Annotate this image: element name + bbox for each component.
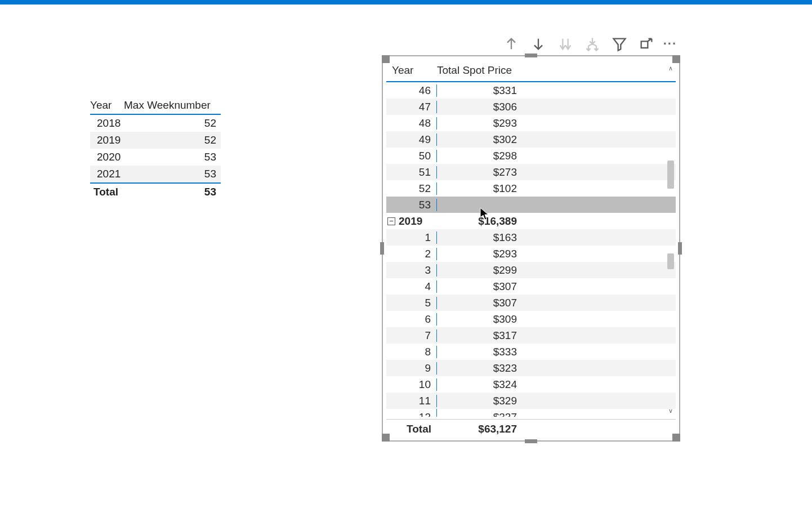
cell-price: $273 [437,166,521,179]
cell-year: 9 [386,362,437,375]
table-row[interactable]: 49$302 [386,131,676,148]
table-total-row: Total 53 [90,182,221,200]
table-row[interactable]: 46$331 [386,82,676,99]
drill-down-icon[interactable] [528,34,548,54]
table-row[interactable]: 48$293 [386,115,676,131]
cell-year: 6 [386,313,437,326]
matrix-body: 46$331 47$306 48$293 49$302 50$298 51$27… [386,82,676,419]
matrix-visual[interactable]: Year Total Spot Price 46$331 47$306 48$2… [382,55,680,442]
cell-year: 46 [386,84,437,97]
max-weeknumber-table: Year Max Weeknumber 201852 201952 202053… [90,99,221,200]
collapse-icon[interactable]: − [387,217,395,225]
total-value: $63,127 [437,423,521,435]
table-header: Year Max Weeknumber [90,99,221,115]
cell-year: 10 [386,378,437,391]
more-options-icon[interactable]: ··· [663,37,677,51]
next-level-icon[interactable] [555,34,575,54]
scroll-down-arrow-icon[interactable]: ∨ [667,407,675,415]
cell-year: 4 [386,280,437,293]
expand-all-icon[interactable] [582,34,603,54]
cell-year: 11 [386,395,437,407]
cell-price: $337 [437,409,521,417]
cell-year: 51 [386,166,437,179]
cell-year: 2 [386,248,437,260]
table-row[interactable]: 12$337 [386,409,676,417]
scroll-up-arrow-icon[interactable]: ∧ [667,64,675,72]
table-row[interactable]: 11$329 [386,393,676,409]
table-row[interactable]: 5$307 [386,295,676,311]
cell-year: 1 [386,231,437,244]
table-row[interactable]: 9$323 [386,360,676,376]
resize-handle[interactable] [678,242,682,255]
cell-year: 52 [386,182,437,195]
table-row[interactable]: 2$293 [386,246,676,262]
cell-max: 52 [124,117,221,130]
table-row[interactable]: 201852 [90,115,221,132]
cell-price: $307 [437,280,521,293]
cell-price: $324 [437,378,521,391]
table-row[interactable]: 201952 [90,132,221,149]
table-row[interactable]: 202053 [90,149,221,166]
vertical-scrollbar[interactable]: ∧ ∨ [667,64,675,415]
cell-year: 2018 [90,117,124,130]
filter-icon[interactable] [609,34,630,54]
table-row[interactable]: 6$309 [386,311,676,327]
table-row[interactable]: 52$102 [386,180,676,197]
group-subtotal: $16,389 [437,215,521,228]
table-row[interactable]: 4$307 [386,278,676,295]
cell-year: 49 [386,133,437,146]
cell-year: 3 [386,264,437,277]
resize-handle[interactable] [525,439,537,443]
group-row-2019[interactable]: −2019 $16,389 [386,213,676,229]
cell-max: 52 [124,134,221,146]
cell-price: $298 [437,150,521,162]
cell-price: $307 [437,297,521,309]
table-row[interactable]: 50$298 [386,148,676,164]
drill-up-icon[interactable] [501,34,521,54]
cell-price: $331 [437,84,521,97]
cell-year: 53 [386,199,437,211]
table-row[interactable]: 3$299 [386,262,676,278]
column-header-max[interactable]: Max Weeknumber [124,99,221,112]
table-row[interactable]: 51$273 [386,164,676,180]
matrix-header: Year Total Spot Price [386,60,676,82]
cell-year: 2020 [90,151,124,163]
cell-year: 2021 [90,168,124,180]
table-row[interactable]: 202153 [90,166,221,182]
scrollbar-thumb[interactable] [667,161,674,189]
cell-price: $309 [437,313,521,326]
cell-price: $317 [437,329,521,342]
group-label: 2019 [399,215,422,227]
scrollbar-track[interactable] [667,73,675,405]
cell-year: 47 [386,101,437,113]
cell-year: 8 [386,346,437,358]
cell-year: 12 [386,409,437,417]
cell-year: 48 [386,117,437,130]
matrix-total-row: Total $63,127 [386,419,676,438]
column-header-price[interactable]: Total Spot Price [437,64,521,77]
table-row[interactable]: 8$333 [386,344,676,360]
table-row[interactable]: 53 [386,197,676,213]
focus-mode-icon[interactable] [636,34,657,54]
total-label: Total [386,423,437,435]
cell-price: $293 [437,117,521,130]
resize-handle[interactable] [380,242,384,255]
cell-price: $323 [437,362,521,375]
cell-price: $299 [437,264,521,277]
cell-year: 5 [386,297,437,309]
scrollbar-thumb[interactable] [667,253,674,269]
table-row[interactable]: 47$306 [386,99,676,115]
resize-handle[interactable] [525,54,537,57]
column-header-year[interactable]: Year [90,99,124,112]
table-row[interactable]: 10$324 [386,376,676,393]
table-row[interactable]: 7$317 [386,327,676,344]
app-top-accent [0,0,812,5]
column-header-year[interactable]: Year [386,64,437,77]
cell-price: $329 [437,395,521,407]
total-value: 53 [124,186,221,198]
cell-year: 2019 [90,134,124,146]
matrix-content: Year Total Spot Price 46$331 47$306 48$2… [386,60,676,437]
cell-price: $163 [437,231,521,244]
table-row[interactable]: 1$163 [386,229,676,246]
cell-max: 53 [124,151,221,163]
